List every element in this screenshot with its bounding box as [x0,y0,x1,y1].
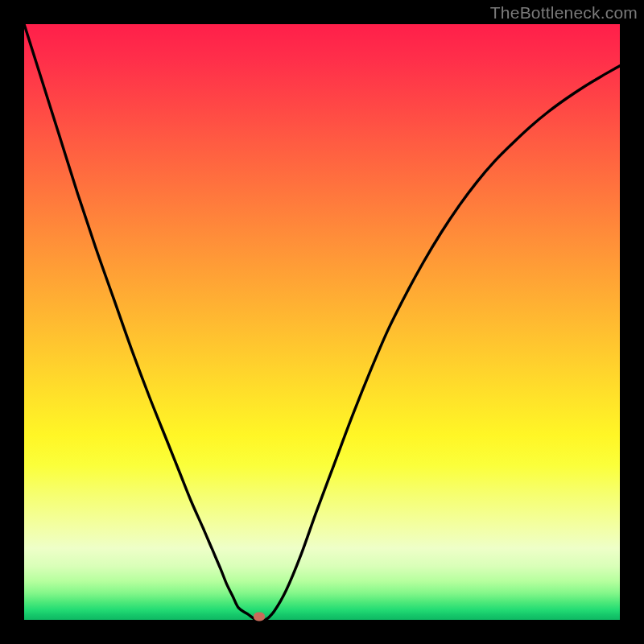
chart-frame: TheBottleneck.com [0,0,644,644]
curve-path [24,24,620,621]
optimal-point-marker [254,613,265,621]
plot-area [24,24,620,620]
watermark-text: TheBottleneck.com [490,3,638,23]
bottleneck-curve [24,24,620,620]
